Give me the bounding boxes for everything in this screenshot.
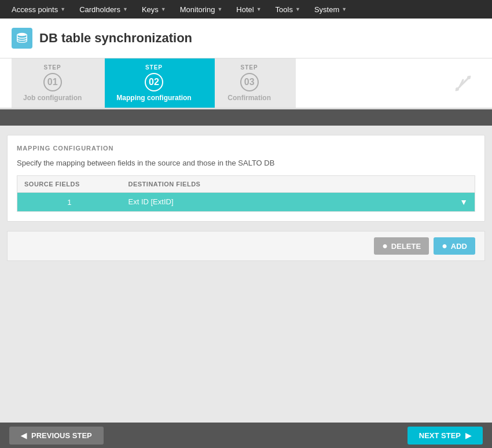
nav-label-cardholders: Cardholders: [79, 5, 120, 14]
source-field-1: 1: [17, 193, 122, 212]
step-01[interactable]: STEP 01 Job configuration: [12, 58, 105, 108]
mapping-configuration-card: MAPPING CONFIGURATION Specify the mappin…: [7, 135, 485, 222]
step-03[interactable]: STEP 03 Confirmation: [215, 58, 296, 108]
action-bar: ● DELETE ● ADD: [7, 231, 485, 261]
nav-item-tools[interactable]: Tools ▼: [269, 0, 307, 19]
bottom-navigation: ◀ PREVIOUS STEP NEXT STEP ▶: [0, 423, 492, 448]
scroll-area[interactable]: MAPPING CONFIGURATION Specify the mappin…: [0, 126, 492, 423]
step-01-name: Job configuration: [23, 94, 82, 102]
svg-point-0: [17, 33, 27, 36]
nav-arrow-cardholders: ▼: [123, 6, 128, 12]
nav-label-keys: Keys: [142, 5, 159, 14]
tools-icon-area: [451, 58, 480, 108]
top-navigation: Access points ▼ Cardholders ▼ Keys ▼ Mon…: [0, 0, 492, 19]
plus-icon: ●: [442, 241, 447, 251]
mapping-table: SOURCE FIELDS DESTINATION FIELDS 1 Ext I…: [17, 175, 475, 212]
col-source-fields: SOURCE FIELDS: [17, 176, 122, 193]
mapping-description: Specify the mapping between fields in th…: [17, 159, 475, 167]
main-content: DB table synchronization STEP 01 Job con…: [0, 19, 492, 448]
svg-point-5: [456, 87, 459, 91]
step-02[interactable]: STEP 02 Mapping configuration: [105, 58, 214, 108]
delete-button[interactable]: ● DELETE: [374, 237, 429, 255]
nav-label-monitoring: Monitoring: [180, 5, 215, 14]
step-03-name: Confirmation: [227, 94, 271, 102]
page-icon: [12, 28, 32, 49]
step-03-number: 03: [240, 73, 259, 91]
nav-arrow-access-points: ▼: [60, 6, 65, 12]
nav-item-access-points[interactable]: Access points ▼: [5, 0, 72, 19]
page-title: DB table synchronization: [39, 31, 192, 46]
col-destination-fields: DESTINATION FIELDS: [122, 176, 475, 193]
page-header: DB table synchronization: [0, 19, 492, 58]
nav-label-system: System: [314, 5, 339, 14]
steps-bar: STEP 01 Job configuration STEP 02 Mappin…: [0, 58, 492, 109]
nav-item-keys[interactable]: Keys ▼: [135, 0, 173, 19]
mapping-row-1[interactable]: 1 Ext ID [ExtID] ▼: [17, 193, 475, 212]
nav-item-monitoring[interactable]: Monitoring ▼: [173, 0, 230, 19]
destination-field-1: Ext ID [ExtID] ▼: [122, 193, 475, 212]
nav-label-access-points: Access points: [12, 5, 58, 14]
next-step-button[interactable]: NEXT STEP ▶: [407, 427, 483, 445]
nav-label-tools: Tools: [276, 5, 293, 14]
nav-item-system[interactable]: System ▼: [307, 0, 354, 19]
add-button[interactable]: ● ADD: [434, 237, 475, 255]
step-03-label-top: STEP: [241, 64, 258, 71]
next-arrow-icon: ▶: [465, 431, 471, 440]
prev-arrow-icon: ◀: [21, 431, 27, 440]
step-02-label-top: STEP: [145, 64, 163, 71]
step-01-label-top: STEP: [44, 64, 61, 71]
nav-arrow-system: ▼: [342, 6, 347, 12]
row-dropdown-icon[interactable]: ▼: [460, 197, 468, 207]
nav-item-cardholders[interactable]: Cardholders ▼: [72, 0, 135, 19]
nav-arrow-monitoring: ▼: [217, 6, 222, 12]
minus-icon: ●: [382, 241, 388, 251]
section-title: MAPPING CONFIGURATION: [17, 145, 475, 152]
step-02-number: 02: [145, 73, 163, 91]
dark-bar: [0, 109, 492, 126]
nav-label-hotel: Hotel: [236, 5, 254, 14]
nav-arrow-tools: ▼: [295, 6, 300, 12]
previous-step-button[interactable]: ◀ PREVIOUS STEP: [9, 427, 104, 445]
step-02-name: Mapping configuration: [116, 94, 191, 102]
nav-item-hotel[interactable]: Hotel ▼: [229, 0, 268, 19]
step-01-number: 01: [43, 73, 62, 91]
nav-arrow-hotel: ▼: [256, 6, 262, 12]
svg-point-4: [467, 76, 471, 79]
nav-arrow-keys: ▼: [161, 6, 166, 12]
